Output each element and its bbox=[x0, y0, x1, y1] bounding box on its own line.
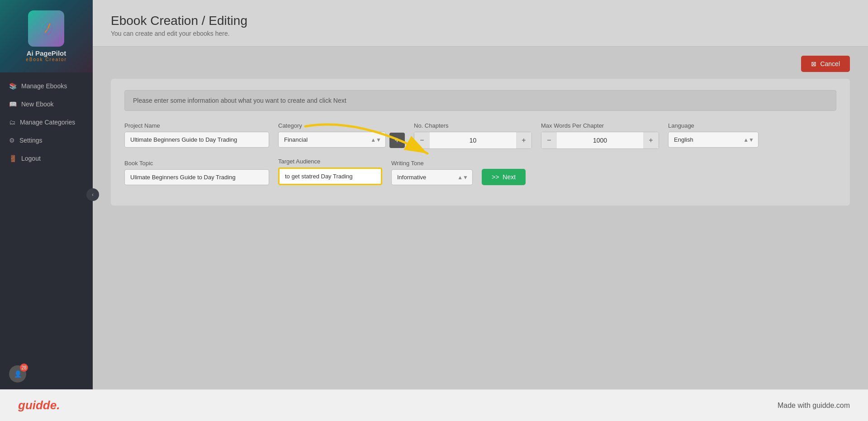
writing-tone-select[interactable]: Informative Conversational Academic Moti… bbox=[391, 169, 473, 185]
notification-badge: 28 bbox=[20, 364, 28, 372]
app-logo: Ai PagePilot eBook Creator bbox=[0, 0, 93, 72]
chapters-decrement[interactable]: − bbox=[414, 132, 430, 148]
cancel-icon: ⊠ bbox=[811, 60, 816, 67]
target-audience-group: Target Audience bbox=[278, 158, 382, 185]
book-topic-label: Book Topic bbox=[124, 160, 269, 167]
project-name-input[interactable] bbox=[124, 132, 269, 148]
page-header: Ebook Creation / Editing You can create … bbox=[93, 0, 868, 47]
chapters-group: No. Chapters − + bbox=[414, 122, 532, 149]
made-with-text: Made with guidde.com bbox=[778, 402, 850, 410]
chapters-input[interactable] bbox=[430, 137, 516, 144]
max-words-label: Max Words Per Chapter bbox=[541, 122, 659, 129]
settings-icon: ⚙ bbox=[9, 137, 15, 144]
book-topic-group: Book Topic bbox=[124, 160, 269, 185]
sidebar-item-settings[interactable]: ⚙ Settings bbox=[0, 131, 93, 149]
sidebar-item-label: Manage Ebooks bbox=[21, 82, 67, 90]
page-subtitle: You can create and edit your ebooks here… bbox=[111, 30, 850, 37]
sidebar-item-label: Logout bbox=[21, 155, 41, 162]
page-title: Ebook Creation / Editing bbox=[111, 14, 850, 28]
manage-ebooks-icon: 📚 bbox=[9, 82, 17, 90]
sidebar-item-logout[interactable]: 🚪 Logout bbox=[0, 149, 93, 167]
sidebar-item-label: Settings bbox=[19, 137, 43, 144]
chapters-control: − + bbox=[414, 132, 532, 149]
sidebar-item-manage-ebooks[interactable]: 📚 Manage Ebooks bbox=[0, 77, 93, 95]
max-words-decrement[interactable]: − bbox=[541, 132, 557, 148]
writing-tone-group: Writing Tone Informative Conversational … bbox=[391, 160, 473, 185]
writing-tone-label: Writing Tone bbox=[391, 160, 473, 167]
logout-icon: 🚪 bbox=[9, 155, 17, 162]
max-words-increment[interactable]: + bbox=[643, 132, 659, 148]
category-group: Category Financial Health Business Techn… bbox=[278, 122, 405, 148]
sidebar-item-label: Manage Categories bbox=[20, 119, 75, 126]
max-words-group: Max Words Per Chapter − + bbox=[541, 122, 659, 149]
info-banner: Please enter some information about what… bbox=[124, 90, 836, 111]
content-area: ⊠ Cancel Please enter some information a… bbox=[93, 47, 868, 389]
manage-categories-icon: 🗂 bbox=[9, 119, 15, 126]
cancel-button[interactable]: ⊠ Cancel bbox=[801, 56, 850, 72]
avatar[interactable]: 👤 28 bbox=[9, 365, 26, 383]
logo-subtitle: eBook Creator bbox=[26, 57, 66, 62]
logo-label: Ai PagePilot bbox=[27, 49, 66, 57]
form-row-1: Project Name Category Financial Health B… bbox=[124, 122, 836, 149]
sidebar-item-new-ebook[interactable]: 📖 New Ebook bbox=[0, 95, 93, 113]
add-category-button[interactable]: + bbox=[389, 133, 405, 148]
svg-point-0 bbox=[44, 27, 48, 30]
sidebar-nav: 📚 Manage Ebooks 📖 New Ebook 🗂 Manage Cat… bbox=[0, 72, 93, 359]
project-name-group: Project Name bbox=[124, 122, 269, 148]
main-content: Ebook Creation / Editing You can create … bbox=[93, 0, 868, 389]
sidebar-toggle[interactable]: ‹ bbox=[86, 188, 99, 201]
target-audience-input[interactable] bbox=[278, 167, 382, 185]
chapters-label: No. Chapters bbox=[414, 122, 532, 129]
guidde-brand: guidde. bbox=[18, 398, 60, 412]
sidebar: Ai PagePilot eBook Creator 📚 Manage Eboo… bbox=[0, 0, 93, 389]
form-card: Please enter some information about what… bbox=[111, 79, 850, 206]
form-row-2: Book Topic Target Audience Writing Tone … bbox=[124, 158, 836, 185]
bottom-bar: guidde. Made with guidde.com bbox=[0, 389, 868, 421]
next-button[interactable]: >> Next bbox=[482, 169, 526, 185]
category-label: Category bbox=[278, 122, 405, 129]
category-select[interactable]: Financial Health Business Technology Fic… bbox=[278, 132, 386, 148]
language-select[interactable]: English Spanish French German Portuguese bbox=[668, 132, 759, 148]
target-audience-label: Target Audience bbox=[278, 158, 382, 165]
max-words-input[interactable] bbox=[557, 137, 643, 144]
sidebar-item-label: New Ebook bbox=[21, 100, 54, 108]
chapters-increment[interactable]: + bbox=[516, 132, 531, 148]
project-name-label: Project Name bbox=[124, 122, 269, 129]
new-ebook-icon: 📖 bbox=[9, 100, 17, 108]
language-group: Language English Spanish French German P… bbox=[668, 122, 759, 148]
max-words-control: − + bbox=[541, 132, 659, 149]
sidebar-item-manage-categories[interactable]: 🗂 Manage Categories bbox=[0, 113, 93, 131]
next-icon: >> bbox=[492, 173, 499, 181]
book-topic-input[interactable] bbox=[124, 169, 269, 185]
avatar-area: 👤 28 bbox=[0, 359, 93, 389]
language-label: Language bbox=[668, 122, 759, 129]
